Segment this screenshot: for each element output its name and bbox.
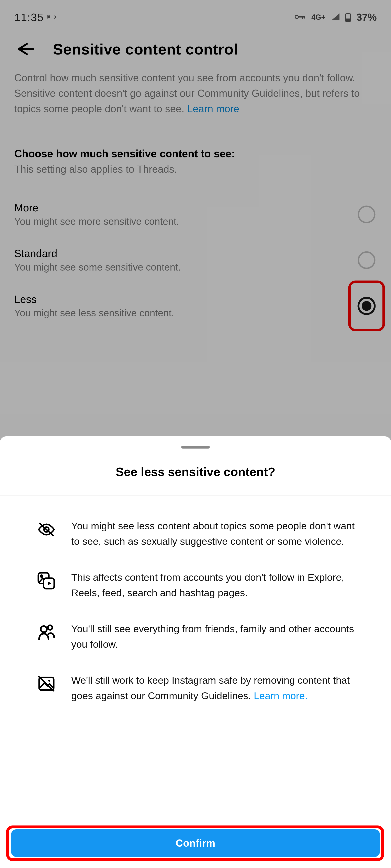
sheet-bullet-1: You might see less content about topics … <box>36 518 355 549</box>
svg-point-11 <box>358 206 375 222</box>
confirm-button-label: Confirm <box>175 837 215 849</box>
page-header: Sensitive content control <box>0 35 391 70</box>
svg-rect-2 <box>48 16 50 18</box>
sheet-bullet-3: You'll still see everything from friends… <box>36 621 355 652</box>
status-bar: 11:35 4G+ 37% <box>0 0 391 35</box>
svg-line-24 <box>39 677 54 691</box>
sheet-footer: Confirm <box>0 818 391 868</box>
page-title: Sensitive content control <box>53 41 238 58</box>
option-desc: You might see some sensitive content. <box>14 261 180 273</box>
highlight-annotation <box>348 281 385 331</box>
svg-line-16 <box>40 523 53 536</box>
options-heading: Choose how much sensitive content to see… <box>14 148 377 160</box>
intro-learn-more-link[interactable]: Learn more <box>187 103 239 115</box>
svg-point-3 <box>295 15 298 19</box>
intro-text: Control how much sensitive content you s… <box>14 70 377 117</box>
svg-rect-9 <box>346 19 350 21</box>
svg-rect-6 <box>304 16 305 19</box>
option-desc: You might see more sensitive content. <box>14 216 179 227</box>
battery-indicator-small-icon <box>48 14 56 20</box>
sheet-bullet-text: This affects content from accounts you d… <box>71 569 355 601</box>
option-standard[interactable]: Standard You might see some sensitive co… <box>14 237 377 283</box>
cellular-signal-icon <box>331 13 340 21</box>
eye-off-icon <box>36 518 57 549</box>
option-label: Less <box>14 293 174 305</box>
option-label: More <box>14 202 179 214</box>
confirm-button[interactable]: Confirm <box>11 829 380 857</box>
sheet-title: See less sensitive content? <box>0 465 391 479</box>
option-desc: You might see less sensitive content. <box>14 307 174 318</box>
svg-rect-4 <box>298 16 304 18</box>
option-less[interactable]: Less You might see less sensitive conten… <box>14 283 377 329</box>
svg-point-21 <box>48 625 52 630</box>
svg-point-20 <box>41 626 47 632</box>
svg-point-23 <box>48 680 50 682</box>
radio-unselected-icon[interactable] <box>356 250 377 270</box>
options-block: Choose how much sensitive content to see… <box>0 133 391 343</box>
svg-point-18 <box>40 575 43 577</box>
sheet-bullet-4: We'll still work to keep Instagram safe … <box>36 673 355 704</box>
svg-rect-1 <box>55 16 56 18</box>
sheet-bullet-text: We'll still work to keep Instagram safe … <box>71 673 355 704</box>
sheet-bullet-text-body: We'll still work to keep Instagram safe … <box>71 675 350 701</box>
sheet-learn-more-link[interactable]: Learn more. <box>254 690 308 701</box>
option-more[interactable]: More You might see more sensitive conten… <box>14 191 377 237</box>
battery-icon <box>345 13 351 22</box>
sheet-drag-handle[interactable] <box>181 446 210 448</box>
svg-point-12 <box>358 252 375 268</box>
svg-rect-5 <box>302 16 303 19</box>
radio-unselected-icon[interactable] <box>356 204 377 224</box>
back-button[interactable] <box>14 42 35 57</box>
sheet-body: You might see less content about topics … <box>0 496 391 704</box>
radio-selected-icon[interactable] <box>356 296 377 316</box>
intro-block: Control how much sensitive content you s… <box>0 70 391 133</box>
battery-percent-label: 37% <box>356 11 377 23</box>
network-type-label: 4G+ <box>311 13 326 22</box>
status-icons: 4G+ 37% <box>294 11 377 23</box>
people-icon <box>36 621 57 652</box>
sheet-bullet-text: You'll still see everything from friends… <box>71 621 355 652</box>
confirm-bottom-sheet: See less sensitive content? You might se… <box>0 436 391 868</box>
status-time: 11:35 <box>14 11 44 24</box>
image-blocked-icon <box>36 673 57 704</box>
vpn-key-icon <box>294 14 306 21</box>
options-subheading: This setting also applies to Threads. <box>14 163 377 175</box>
sheet-bullet-text: You might see less content about topics … <box>71 518 355 549</box>
media-play-icon <box>36 569 57 601</box>
option-label: Standard <box>14 247 180 259</box>
sheet-bullet-2: This affects content from accounts you d… <box>36 569 355 601</box>
